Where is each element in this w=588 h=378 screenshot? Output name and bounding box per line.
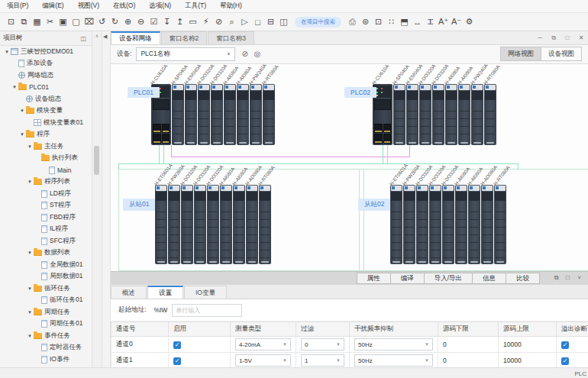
action-btn-属性[interactable]: 属性	[357, 273, 391, 284]
menu-选项(N)[interactable]: 选项(N)	[142, 2, 178, 11]
cell-filter[interactable]: 1▼	[296, 353, 350, 367]
tree-item-循环任务01[interactable]: 循环任务01	[0, 295, 92, 307]
tab-窗口名称2[interactable]: 窗口名称2	[161, 31, 208, 44]
align-dots-icon[interactable]: ∷	[385, 17, 398, 27]
checkbox-checked[interactable]: ✓	[561, 357, 569, 365]
expand-arrow-icon[interactable]: ▼	[18, 108, 26, 113]
expand-arrow-icon[interactable]: ▼	[26, 310, 34, 315]
action-btn-编译[interactable]: 编译	[390, 273, 425, 284]
split-h-icon[interactable]: ⊟	[264, 17, 277, 27]
tree-item-ST程序[interactable]: ST程序	[0, 200, 92, 212]
redo-icon[interactable]: ↻	[108, 17, 121, 27]
print-icon[interactable]: ⎙	[346, 17, 359, 27]
tree-item-LD程序[interactable]: LD程序	[0, 188, 92, 200]
module-H-RT080A[interactable]	[484, 84, 496, 145]
tree-item-局部数据01[interactable]: 局部数据01	[0, 271, 92, 283]
panel-collapse-strip[interactable]: ◀	[102, 31, 111, 367]
tree-item-FBD程序[interactable]: FBD程序	[0, 212, 92, 224]
module-H-AI080A[interactable]	[468, 185, 480, 264]
tree-item-PLC01[interactable]: ▼PLC01	[0, 82, 92, 94]
restore-icon[interactable]: ⧉	[547, 34, 561, 42]
checkbox-checked[interactable]: ✓	[561, 341, 569, 349]
select-suppress[interactable]: 50Hz▼	[354, 338, 433, 351]
module-H-AD080A[interactable]	[481, 185, 493, 264]
force-icon[interactable]: ⚡	[199, 17, 212, 27]
module-H-RT080A[interactable]	[259, 185, 271, 264]
tree-item-定时器任务[interactable]: 定时器任务	[0, 342, 92, 354]
i-beam-icon[interactable]: Ɪ	[424, 17, 437, 27]
disconnect-icon[interactable]: ⊘	[212, 17, 225, 27]
maximize-icon[interactable]: □	[561, 34, 574, 41]
download-icon[interactable]: ↧	[160, 17, 173, 27]
module-H-DO320A[interactable]	[429, 185, 441, 264]
module-H-DO320A[interactable]	[419, 84, 431, 145]
action-btn-导入/导出[interactable]: 导入/导出	[424, 273, 473, 284]
tree-item-三峡智控DEMO01[interactable]: ▼三峡智控DEMO01	[0, 46, 92, 58]
tree-item-网络组态[interactable]: 网络组态	[0, 69, 92, 82]
module-H-AI080A[interactable]	[445, 84, 457, 145]
maximize-panel-icon[interactable]: □	[562, 274, 573, 282]
rack-badge-从站02[interactable]: 从站02	[358, 199, 390, 211]
tree-item-Main[interactable]: Main	[0, 164, 92, 176]
module-H-PW260A[interactable]	[168, 185, 180, 264]
find-icon[interactable]: ⌕	[225, 17, 238, 27]
split-v-icon[interactable]: ◫	[277, 17, 290, 27]
tree-item-程序[interactable]: ▼程序	[0, 129, 92, 141]
module-H-DO320A[interactable]	[442, 185, 454, 264]
settings-gear-icon[interactable]: ⚙	[463, 17, 476, 27]
rack-badge-从站01[interactable]: 从站01	[123, 199, 155, 211]
upload-icon[interactable]: ↥	[173, 17, 186, 27]
cell-type[interactable]: 1-5V▼	[231, 353, 296, 367]
tree-item-程序列表[interactable]: ▼程序列表	[0, 176, 92, 189]
tab-IO变量[interactable]: IO变量	[184, 286, 227, 299]
tree-item-模块变量表01[interactable]: 模块变量表01	[0, 117, 92, 129]
module-H-PW260A[interactable]	[403, 185, 415, 264]
checklist-icon[interactable]: ☑	[147, 17, 160, 27]
zoom-in-icon[interactable]: ⊕	[121, 17, 134, 27]
undo-icon[interactable]: ↺	[95, 17, 108, 27]
save-icon[interactable]: ▦	[31, 17, 44, 27]
copy-icon[interactable]: ▣	[57, 17, 69, 27]
menu-帮助(H)[interactable]: 帮助(H)	[213, 2, 249, 11]
module-H-AI080A[interactable]	[220, 185, 232, 264]
monitor-icon[interactable]: ▭	[186, 17, 199, 27]
zoom-out-icon[interactable]: ⊖	[134, 17, 147, 27]
action-btn-信息[interactable]: 信息	[472, 273, 506, 284]
tab-设置[interactable]: 设置	[147, 286, 183, 299]
expand-arrow-icon[interactable]: ▼	[26, 144, 34, 149]
dot-square-icon[interactable]: ⊡	[372, 17, 385, 27]
module-H-SP040A[interactable]	[393, 84, 405, 145]
cell-filter[interactable]: 0▼	[296, 337, 350, 353]
check-circle-icon[interactable]: ⊚	[359, 17, 372, 27]
module-H-DO320A[interactable]	[181, 185, 193, 264]
cell-suppress[interactable]: 50Hz▼	[350, 353, 438, 367]
select-type[interactable]: 1-5V▼	[235, 354, 291, 367]
run-icon[interactable]: ▷	[238, 17, 251, 27]
action-btn-比较[interactable]: 比较	[506, 273, 540, 284]
font-increase-icon[interactable]: A⁺	[437, 17, 450, 27]
checkbox-checked[interactable]: ✓	[173, 341, 181, 349]
expand-arrow-icon[interactable]: ▼	[3, 50, 11, 54]
cell-diag_low[interactable]: ✓	[557, 353, 588, 367]
module-H-DO320A[interactable]	[211, 84, 223, 145]
tab-窗口名称3[interactable]: 窗口名称3	[208, 31, 254, 44]
module-H-AI080A[interactable]	[455, 185, 467, 264]
open-project-icon[interactable]: ⧉	[18, 17, 31, 27]
paste-icon[interactable]: ▢	[69, 17, 82, 27]
rack-badge-PLC02[interactable]: PLC02	[344, 87, 376, 98]
expand-arrow-icon[interactable]: ▼	[26, 286, 34, 291]
tree-item-数据列表[interactable]: ▼数据列表	[0, 247, 92, 260]
close-icon[interactable]: ✕	[574, 34, 588, 41]
collapse-left-icon[interactable]: ◀	[103, 34, 107, 40]
rack-badge-PLC01[interactable]: PLC01	[128, 87, 160, 98]
new-project-icon[interactable]: ⊡	[5, 17, 18, 27]
module-H-RT080A[interactable]	[494, 185, 506, 264]
tree-item-周期任务01[interactable]: 周期任务01	[0, 318, 92, 331]
module-H-EM040A[interactable]	[406, 84, 418, 145]
module-H-ET0601A[interactable]	[390, 185, 402, 264]
device-select[interactable]: PLC1名称 ▼	[136, 47, 235, 61]
tab-设备和网络[interactable]: 设备和网络	[111, 31, 160, 44]
select-suppress[interactable]: 50Hz▼	[354, 354, 433, 367]
module-H-PW240A[interactable]	[250, 84, 262, 145]
module-H-RT080A[interactable]	[263, 84, 275, 145]
